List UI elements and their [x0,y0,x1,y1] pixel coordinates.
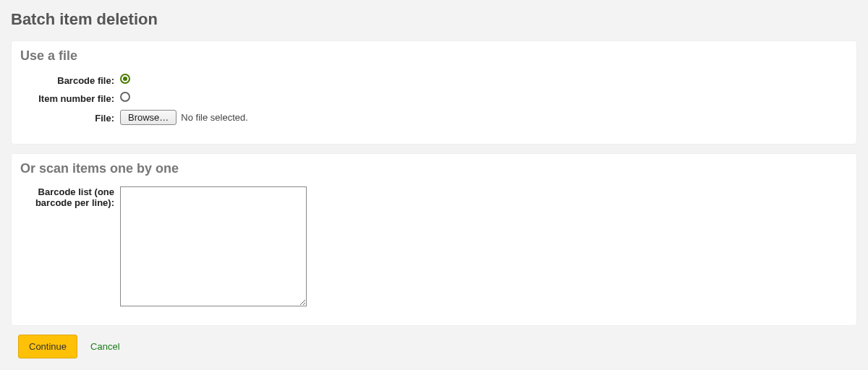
barcode-list-textarea[interactable] [120,186,307,306]
radio-dot-icon [123,77,127,81]
actions-bar: Continue Cancel [11,335,857,358]
scan-heading: Or scan items one by one [20,161,848,176]
item-number-file-radio[interactable] [120,92,130,102]
scan-panel: Or scan items one by one Barcode list (o… [11,153,857,326]
continue-button[interactable]: Continue [18,335,77,358]
page-title: Batch item deletion [11,10,857,29]
cancel-link[interactable]: Cancel [90,341,119,352]
use-file-heading: Use a file [20,48,848,64]
barcode-list-label: Barcode list (one barcode per line): [20,186,114,208]
file-status: No file selected. [181,112,248,123]
file-label: File: [20,111,114,124]
use-file-panel: Use a file Barcode file: Item number fil… [11,40,857,145]
barcode-file-radio[interactable] [120,74,130,84]
item-number-file-label: Item number file: [20,92,114,104]
browse-button[interactable]: Browse… [120,110,176,125]
barcode-file-label: Barcode file: [20,74,114,86]
